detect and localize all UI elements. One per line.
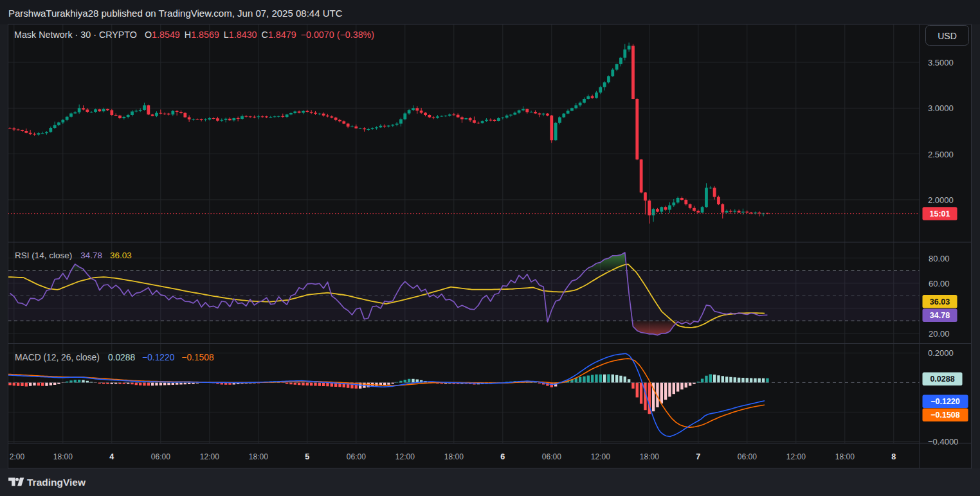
svg-text:12:00: 12:00 bbox=[786, 452, 806, 461]
svg-text:−0.4000: −0.4000 bbox=[928, 437, 958, 447]
svg-text:2:00: 2:00 bbox=[10, 452, 25, 461]
svg-text:06:00: 06:00 bbox=[738, 452, 757, 461]
svg-text:2.5000: 2.5000 bbox=[928, 150, 954, 159]
svg-text:06:00: 06:00 bbox=[542, 452, 561, 461]
svg-text:36.03: 36.03 bbox=[930, 297, 950, 306]
svg-text:ParshwaTurakhiya28 published o: ParshwaTurakhiya28 published on TradingV… bbox=[8, 8, 343, 19]
svg-text:4: 4 bbox=[109, 452, 114, 461]
svg-text:MACD (12, 26, close)0.0288−0.1: MACD (12, 26, close)0.0288−0.1220−0.1508 bbox=[15, 352, 214, 362]
svg-text:15:01: 15:01 bbox=[930, 209, 950, 218]
svg-text:34.78: 34.78 bbox=[930, 311, 950, 320]
svg-text:18:00: 18:00 bbox=[835, 452, 855, 461]
svg-text:60.00: 60.00 bbox=[929, 279, 950, 288]
svg-text:06:00: 06:00 bbox=[151, 452, 170, 461]
svg-text:80.00: 80.00 bbox=[929, 254, 950, 263]
svg-text:2.0000: 2.0000 bbox=[928, 195, 954, 205]
svg-text:18:00: 18:00 bbox=[640, 452, 659, 461]
svg-text:0.2000: 0.2000 bbox=[928, 348, 954, 358]
svg-text:−0.1220: −0.1220 bbox=[930, 397, 960, 406]
svg-text:12:00: 12:00 bbox=[395, 452, 415, 461]
svg-text:TradingView: TradingView bbox=[27, 477, 86, 488]
svg-text:3.0000: 3.0000 bbox=[928, 103, 954, 113]
svg-text:06:00: 06:00 bbox=[347, 452, 366, 461]
svg-text:18:00: 18:00 bbox=[249, 452, 268, 461]
svg-text:12:00: 12:00 bbox=[591, 452, 610, 461]
svg-text:5: 5 bbox=[305, 452, 309, 461]
svg-text:Mask Network · 30 · CRYPTOO1.8: Mask Network · 30 · CRYPTOO1.8549H1.8569… bbox=[14, 30, 374, 40]
svg-text:18:00: 18:00 bbox=[444, 452, 464, 461]
svg-text:20.00: 20.00 bbox=[929, 329, 950, 339]
svg-text:USD: USD bbox=[938, 31, 957, 41]
svg-text:8: 8 bbox=[891, 452, 896, 461]
svg-text:3.5000: 3.5000 bbox=[928, 58, 954, 67]
svg-text:18:00: 18:00 bbox=[53, 452, 73, 461]
svg-text:6: 6 bbox=[500, 452, 505, 461]
svg-text:7: 7 bbox=[696, 452, 700, 461]
svg-text:−0.1508: −0.1508 bbox=[930, 411, 960, 420]
svg-text:0.0288: 0.0288 bbox=[930, 375, 954, 384]
svg-text:12:00: 12:00 bbox=[200, 452, 219, 461]
